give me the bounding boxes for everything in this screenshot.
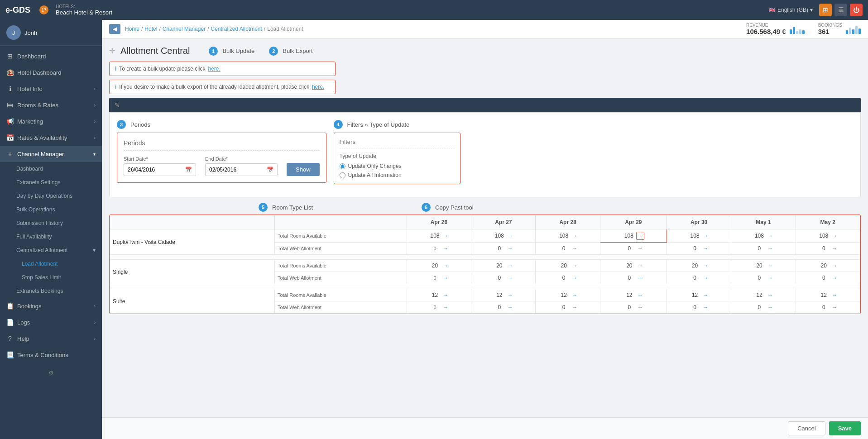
- power-icon-button[interactable]: ⏻: [850, 4, 863, 16]
- copy-arrow-button[interactable]: →: [637, 304, 644, 311]
- radio-input-update-all[interactable]: [340, 172, 345, 178]
- info-link-2[interactable]: here.: [312, 84, 324, 90]
- copy-arrow-button[interactable]: →: [831, 291, 838, 299]
- copy-arrow-button[interactable]: →: [637, 291, 644, 299]
- cell-value: 108 →: [471, 229, 536, 243]
- copy-arrow-button[interactable]: →: [767, 274, 774, 282]
- sidebar-sub-full-availability[interactable]: Full Availability: [0, 230, 102, 243]
- cell-value: 0 →: [667, 272, 731, 284]
- copy-arrow-button[interactable]: →: [507, 245, 514, 252]
- sidebar-sub-day-by-day[interactable]: Day by Day Operations: [0, 189, 102, 203]
- copy-arrow-button[interactable]: →: [442, 262, 450, 269]
- hotel-name[interactable]: Beach Hotel & Resort: [56, 9, 112, 16]
- copy-arrow-button[interactable]: →: [636, 232, 644, 240]
- back-button[interactable]: ◀: [109, 24, 120, 34]
- cell-value: 12 →: [471, 289, 536, 301]
- sidebar-sub-cm-dashboard[interactable]: Dashboard: [0, 162, 102, 176]
- copy-arrow-button[interactable]: →: [767, 291, 774, 299]
- start-date-label: Start Date*: [124, 156, 196, 162]
- copy-arrow-button[interactable]: →: [442, 304, 450, 311]
- cancel-button[interactable]: Cancel: [788, 421, 825, 435]
- sidebar-user: J Jonh: [0, 20, 102, 46]
- copy-arrow-button[interactable]: →: [507, 274, 514, 282]
- rooms-icon: 🛏: [6, 101, 14, 109]
- copy-arrow-button[interactable]: →: [831, 245, 838, 252]
- calendar-icon-2[interactable]: 📅: [267, 167, 273, 173]
- copy-arrow-button[interactable]: →: [637, 245, 644, 252]
- copy-arrow-button[interactable]: →: [702, 262, 710, 269]
- copy-arrow-button[interactable]: →: [507, 232, 514, 239]
- sidebar-sub-bulk-operations[interactable]: Bulk Operations: [0, 203, 102, 216]
- cell-number: 0: [689, 304, 701, 310]
- copy-arrow-button[interactable]: →: [571, 245, 578, 252]
- copy-arrow-button[interactable]: →: [507, 291, 514, 299]
- copy-arrow-button[interactable]: →: [702, 245, 710, 252]
- sidebar-gear[interactable]: ⚙: [0, 365, 102, 381]
- copy-arrow-button[interactable]: →: [767, 245, 774, 252]
- sidebar-item-rooms-rates[interactable]: 🛏 Rooms & Rates ›: [0, 97, 102, 113]
- copy-arrow-button[interactable]: →: [831, 262, 838, 269]
- sidebar-item-hotel-dashboard[interactable]: 🏨 Hotel Dashboard: [0, 64, 102, 81]
- calendar-icon[interactable]: 📅: [185, 167, 192, 173]
- menu-icon-button[interactable]: ☰: [834, 4, 847, 16]
- copy-arrow-button[interactable]: →: [442, 232, 450, 239]
- copy-arrow-button[interactable]: →: [702, 291, 710, 299]
- copy-arrow-button[interactable]: →: [637, 262, 644, 269]
- copy-arrow-button[interactable]: →: [831, 274, 838, 282]
- copy-arrow-button[interactable]: →: [831, 304, 838, 311]
- sidebar-item-terms[interactable]: 📃 Terms & Conditions: [0, 347, 102, 363]
- sidebar-item-dashboard[interactable]: ⊞ Dashboard: [0, 48, 102, 64]
- show-button[interactable]: Show: [287, 163, 320, 176]
- copy-arrow-button[interactable]: →: [571, 232, 578, 239]
- info-icon-2: i: [115, 84, 116, 90]
- info-link-1[interactable]: here.: [208, 66, 220, 72]
- sidebar-sub-extranets-bookings[interactable]: Extranets Bookings: [0, 284, 102, 298]
- sidebar-item-hotel-info[interactable]: ℹ Hotel Info ›: [0, 81, 102, 97]
- sidebar-item-rates-availability[interactable]: 📅 Rates & Availability ›: [0, 129, 102, 146]
- copy-arrow-button[interactable]: →: [442, 274, 450, 282]
- copy-arrow-button[interactable]: →: [571, 291, 578, 299]
- sidebar-item-channel-manager[interactable]: + Channel Manager ▾: [0, 146, 102, 162]
- sidebar-item-bookings[interactable]: 📋 Bookings ›: [0, 298, 102, 314]
- grid-icon-button[interactable]: ⊞: [819, 4, 832, 16]
- copy-arrow-button[interactable]: →: [571, 262, 578, 269]
- copy-arrow-button[interactable]: →: [442, 245, 450, 252]
- save-button[interactable]: Save: [829, 421, 861, 435]
- copy-arrow-button[interactable]: →: [571, 304, 578, 311]
- copy-arrow-button[interactable]: →: [767, 304, 774, 311]
- copy-arrow-button[interactable]: →: [767, 262, 774, 269]
- sidebar-item-help[interactable]: ? Help ›: [0, 330, 102, 347]
- tutorial-6: 6 Copy Past tool: [422, 203, 474, 212]
- chevron-right-icon: ›: [94, 86, 96, 91]
- notification-badge[interactable]: 17: [39, 5, 48, 14]
- copy-arrow-button[interactable]: →: [831, 232, 838, 239]
- sidebar-sub-extranets-settings[interactable]: Extranets Settings: [0, 176, 102, 189]
- copy-arrow-button[interactable]: →: [571, 274, 578, 282]
- copy-arrow-button[interactable]: →: [507, 304, 514, 311]
- radio-input-update-only[interactable]: [340, 163, 345, 169]
- end-date-input[interactable]: 02/05/2016: [209, 167, 264, 173]
- sidebar-item-marketing[interactable]: 📢 Marketing ›: [0, 113, 102, 129]
- copy-arrow-button[interactable]: →: [507, 262, 514, 269]
- sidebar-sub-centralized-allotment[interactable]: Centralized Allotment ▾: [0, 243, 102, 257]
- copy-arrow-button[interactable]: →: [702, 232, 710, 239]
- spacer-row: [110, 284, 860, 289]
- sidebar-item-logs[interactable]: 📄 Logs ›: [0, 314, 102, 330]
- breadcrumb-home[interactable]: Home: [125, 26, 139, 32]
- breadcrumb-hotel[interactable]: Hotel: [144, 26, 157, 32]
- tutorial-label-3: Periods: [130, 121, 150, 128]
- radio-update-only[interactable]: Update Only Changes: [340, 163, 455, 169]
- breadcrumb-channel-manager[interactable]: Channel Manager: [163, 26, 206, 32]
- copy-arrow-button[interactable]: →: [442, 291, 450, 299]
- sidebar-sub-load-allotment[interactable]: Load Allotment: [0, 257, 102, 271]
- radio-update-all[interactable]: Update All Information: [340, 172, 455, 178]
- copy-arrow-button[interactable]: →: [767, 232, 774, 239]
- copy-arrow-button[interactable]: →: [702, 274, 710, 282]
- language-selector[interactable]: 🇬🇧 English (GB) ▾: [769, 7, 813, 13]
- copy-arrow-button[interactable]: →: [702, 304, 710, 311]
- sidebar-sub-stop-sales-limit[interactable]: Stop Sales Limit: [0, 271, 102, 284]
- start-date-input[interactable]: 26/04/2016: [128, 167, 182, 173]
- sidebar-sub-submission-history[interactable]: Submission History: [0, 216, 102, 230]
- breadcrumb-centralized-allotment[interactable]: Centralized Allotment: [211, 26, 262, 32]
- copy-arrow-button[interactable]: →: [637, 274, 644, 282]
